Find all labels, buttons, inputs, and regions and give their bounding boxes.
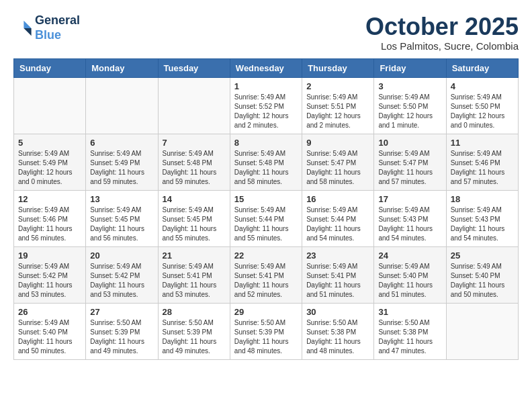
day-cell xyxy=(86,77,158,134)
day-cell xyxy=(158,77,230,134)
day-info: Sunrise: 5:49 AMSunset: 5:43 PMDaylight:… xyxy=(378,205,441,243)
day-number: 15 xyxy=(234,194,298,204)
weekday-header-sunday: Sunday xyxy=(14,58,86,77)
day-number: 23 xyxy=(306,250,369,261)
day-cell: 3Sunrise: 5:49 AMSunset: 5:50 PMDaylight… xyxy=(374,77,446,134)
day-cell: 5Sunrise: 5:49 AMSunset: 5:49 PMDaylight… xyxy=(14,134,86,190)
day-info: Sunrise: 5:49 AMSunset: 5:47 PMDaylight:… xyxy=(306,149,369,187)
day-cell: 27Sunrise: 5:50 AMSunset: 5:39 PMDayligh… xyxy=(86,303,158,359)
day-info: Sunrise: 5:50 AMSunset: 5:39 PMDaylight:… xyxy=(163,318,226,356)
logo-line2: Blue xyxy=(35,28,80,43)
day-cell xyxy=(14,77,86,134)
day-cell: 7Sunrise: 5:49 AMSunset: 5:48 PMDaylight… xyxy=(158,134,230,190)
day-cell xyxy=(446,303,518,359)
weekday-header-monday: Monday xyxy=(86,58,158,77)
day-number: 28 xyxy=(163,307,226,317)
day-number: 1 xyxy=(234,81,298,91)
logo-line1: General xyxy=(35,13,80,28)
day-info: Sunrise: 5:50 AMSunset: 5:39 PMDaylight:… xyxy=(234,318,298,356)
day-number: 6 xyxy=(90,138,153,148)
day-info: Sunrise: 5:50 AMSunset: 5:39 PMDaylight:… xyxy=(90,318,153,356)
day-cell: 8Sunrise: 5:49 AMSunset: 5:48 PMDaylight… xyxy=(230,134,302,190)
day-number: 20 xyxy=(90,250,153,261)
day-info: Sunrise: 5:49 AMSunset: 5:48 PMDaylight:… xyxy=(234,149,298,187)
day-cell: 16Sunrise: 5:49 AMSunset: 5:44 PMDayligh… xyxy=(302,190,374,246)
day-info: Sunrise: 5:49 AMSunset: 5:47 PMDaylight:… xyxy=(378,149,441,187)
day-number: 27 xyxy=(90,307,153,317)
day-info: Sunrise: 5:49 AMSunset: 5:45 PMDaylight:… xyxy=(90,205,153,243)
week-row-3: 12Sunrise: 5:49 AMSunset: 5:46 PMDayligh… xyxy=(14,190,519,246)
day-info: Sunrise: 5:49 AMSunset: 5:40 PMDaylight:… xyxy=(451,262,514,300)
week-row-2: 5Sunrise: 5:49 AMSunset: 5:49 PMDaylight… xyxy=(14,134,519,190)
title-section: October 2025 Los Palmitos, Sucre, Colomb… xyxy=(365,13,519,52)
day-info: Sunrise: 5:49 AMSunset: 5:49 PMDaylight:… xyxy=(18,149,81,187)
day-number: 8 xyxy=(234,138,298,148)
day-number: 19 xyxy=(18,250,81,261)
logo: General Blue xyxy=(13,13,80,42)
day-cell: 19Sunrise: 5:49 AMSunset: 5:42 PMDayligh… xyxy=(14,246,86,303)
day-info: Sunrise: 5:49 AMSunset: 5:46 PMDaylight:… xyxy=(451,149,514,187)
day-number: 31 xyxy=(378,307,441,317)
weekday-header-wednesday: Wednesday xyxy=(230,58,302,77)
day-info: Sunrise: 5:49 AMSunset: 5:50 PMDaylight:… xyxy=(451,93,514,130)
day-cell: 1Sunrise: 5:49 AMSunset: 5:52 PMDaylight… xyxy=(230,77,302,134)
day-cell: 10Sunrise: 5:49 AMSunset: 5:47 PMDayligh… xyxy=(374,134,446,190)
day-cell: 29Sunrise: 5:50 AMSunset: 5:39 PMDayligh… xyxy=(230,303,302,359)
day-info: Sunrise: 5:49 AMSunset: 5:52 PMDaylight:… xyxy=(234,93,298,130)
logo-text: General Blue xyxy=(35,13,80,42)
day-info: Sunrise: 5:49 AMSunset: 5:51 PMDaylight:… xyxy=(306,93,369,130)
day-number: 14 xyxy=(163,194,226,204)
day-number: 24 xyxy=(378,250,441,261)
day-number: 10 xyxy=(378,138,441,148)
day-cell: 28Sunrise: 5:50 AMSunset: 5:39 PMDayligh… xyxy=(158,303,230,359)
day-cell: 4Sunrise: 5:49 AMSunset: 5:50 PMDaylight… xyxy=(446,77,518,134)
day-number: 5 xyxy=(18,138,81,148)
day-cell: 26Sunrise: 5:49 AMSunset: 5:40 PMDayligh… xyxy=(14,303,86,359)
day-number: 11 xyxy=(451,138,514,148)
day-cell: 13Sunrise: 5:49 AMSunset: 5:45 PMDayligh… xyxy=(86,190,158,246)
day-info: Sunrise: 5:49 AMSunset: 5:45 PMDaylight:… xyxy=(163,205,226,243)
day-cell: 11Sunrise: 5:49 AMSunset: 5:46 PMDayligh… xyxy=(446,134,518,190)
day-cell: 17Sunrise: 5:49 AMSunset: 5:43 PMDayligh… xyxy=(374,190,446,246)
day-number: 30 xyxy=(306,307,369,317)
day-info: Sunrise: 5:49 AMSunset: 5:48 PMDaylight:… xyxy=(163,149,226,187)
day-cell: 6Sunrise: 5:49 AMSunset: 5:49 PMDaylight… xyxy=(86,134,158,190)
day-info: Sunrise: 5:49 AMSunset: 5:44 PMDaylight:… xyxy=(234,205,298,243)
weekday-header-thursday: Thursday xyxy=(302,58,374,77)
week-row-1: 1Sunrise: 5:49 AMSunset: 5:52 PMDaylight… xyxy=(14,77,519,134)
day-cell: 9Sunrise: 5:49 AMSunset: 5:47 PMDaylight… xyxy=(302,134,374,190)
calendar: SundayMondayTuesdayWednesdayThursdayFrid… xyxy=(13,58,519,360)
day-number: 26 xyxy=(18,307,81,317)
day-number: 22 xyxy=(234,250,298,261)
day-number: 16 xyxy=(306,194,369,204)
day-number: 2 xyxy=(306,81,369,91)
day-info: Sunrise: 5:49 AMSunset: 5:41 PMDaylight:… xyxy=(163,262,226,300)
day-info: Sunrise: 5:49 AMSunset: 5:44 PMDaylight:… xyxy=(306,205,369,243)
day-number: 9 xyxy=(306,138,369,148)
svg-marker-1 xyxy=(24,28,31,36)
day-info: Sunrise: 5:50 AMSunset: 5:38 PMDaylight:… xyxy=(306,318,369,356)
day-cell: 12Sunrise: 5:49 AMSunset: 5:46 PMDayligh… xyxy=(14,190,86,246)
day-info: Sunrise: 5:49 AMSunset: 5:49 PMDaylight:… xyxy=(90,149,153,187)
day-cell: 25Sunrise: 5:49 AMSunset: 5:40 PMDayligh… xyxy=(446,246,518,303)
weekday-header-saturday: Saturday xyxy=(446,58,518,77)
day-number: 7 xyxy=(163,138,226,148)
day-number: 3 xyxy=(378,81,441,91)
day-info: Sunrise: 5:49 AMSunset: 5:43 PMDaylight:… xyxy=(451,205,514,243)
day-cell: 31Sunrise: 5:50 AMSunset: 5:38 PMDayligh… xyxy=(374,303,446,359)
day-cell: 30Sunrise: 5:50 AMSunset: 5:38 PMDayligh… xyxy=(302,303,374,359)
day-number: 4 xyxy=(451,81,514,91)
day-number: 17 xyxy=(378,194,441,204)
weekday-header-tuesday: Tuesday xyxy=(158,58,230,77)
day-info: Sunrise: 5:49 AMSunset: 5:41 PMDaylight:… xyxy=(234,262,298,300)
day-cell: 21Sunrise: 5:49 AMSunset: 5:41 PMDayligh… xyxy=(158,246,230,303)
day-info: Sunrise: 5:49 AMSunset: 5:42 PMDaylight:… xyxy=(18,262,81,300)
day-info: Sunrise: 5:49 AMSunset: 5:40 PMDaylight:… xyxy=(378,262,441,300)
day-number: 29 xyxy=(234,307,298,317)
day-info: Sunrise: 5:49 AMSunset: 5:42 PMDaylight:… xyxy=(90,262,153,300)
day-cell: 20Sunrise: 5:49 AMSunset: 5:42 PMDayligh… xyxy=(86,246,158,303)
day-info: Sunrise: 5:49 AMSunset: 5:41 PMDaylight:… xyxy=(306,262,369,300)
day-cell: 23Sunrise: 5:49 AMSunset: 5:41 PMDayligh… xyxy=(302,246,374,303)
logo-icon xyxy=(13,19,32,38)
day-cell: 18Sunrise: 5:49 AMSunset: 5:43 PMDayligh… xyxy=(446,190,518,246)
